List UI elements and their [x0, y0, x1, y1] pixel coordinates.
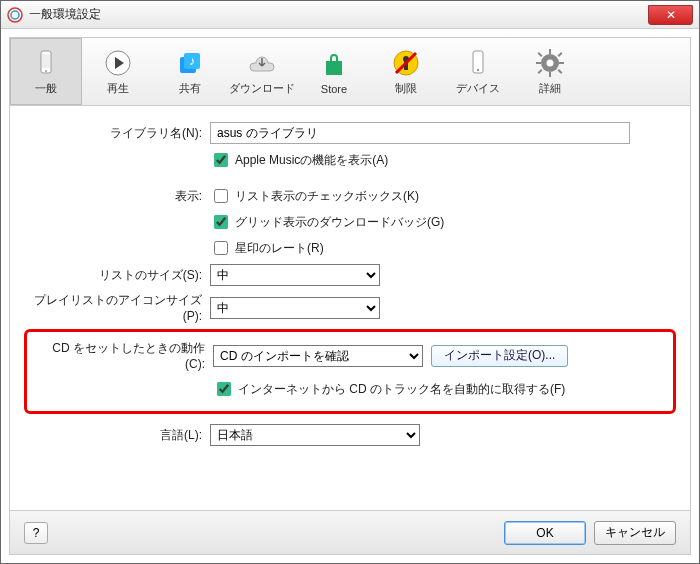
tab-general[interactable]: 一般: [10, 38, 82, 105]
star-rating-option[interactable]: 星印のレート(R): [210, 238, 324, 258]
device-icon: [462, 47, 494, 79]
apple-music-checkbox-input[interactable]: [214, 153, 228, 167]
auto-track-names-input[interactable]: [217, 382, 231, 396]
list-checkbox-label: リスト表示のチェックボックス(K): [235, 188, 419, 205]
svg-rect-24: [558, 52, 563, 57]
cancel-button[interactable]: キャンセル: [594, 521, 676, 545]
svg-rect-19: [549, 49, 551, 54]
svg-rect-3: [42, 54, 50, 68]
svg-rect-22: [559, 62, 564, 64]
store-icon: [318, 49, 350, 81]
window-close-button[interactable]: ✕: [648, 5, 693, 25]
ok-button[interactable]: OK: [504, 521, 586, 545]
svg-rect-23: [538, 52, 543, 57]
display-label: 表示:: [30, 188, 210, 205]
tab-download[interactable]: ダウンロード: [226, 38, 298, 105]
prefs-toolbar: 一般 再生 ♪ 共有 ダウンロード Store: [10, 38, 690, 106]
preferences-window: 一般環境設定 ✕ 一般 再生 ♪ 共有: [0, 0, 700, 564]
tab-playback[interactable]: 再生: [82, 38, 154, 105]
auto-track-names-label: インターネットから CD のトラック名を自動的に取得する(F): [238, 381, 565, 398]
svg-rect-20: [549, 72, 551, 77]
library-name-input[interactable]: [210, 122, 630, 144]
phone-icon: [30, 47, 62, 79]
share-icon: ♪: [174, 47, 206, 79]
tab-label: Store: [321, 83, 347, 95]
svg-rect-25: [538, 69, 543, 74]
list-checkbox-option[interactable]: リスト表示のチェックボックス(K): [210, 186, 419, 206]
download-icon: [246, 47, 278, 79]
import-settings-button[interactable]: インポート設定(O)...: [431, 345, 568, 367]
language-select[interactable]: 日本語: [210, 424, 420, 446]
tab-label: 制限: [395, 81, 417, 96]
svg-point-1: [11, 11, 19, 19]
tab-label: 再生: [107, 81, 129, 96]
app-icon: [7, 7, 23, 23]
client-area: 一般 再生 ♪ 共有 ダウンロード Store: [1, 29, 699, 563]
grid-download-label: グリッド表示のダウンロードバッジ(G): [235, 214, 444, 231]
svg-point-18: [547, 60, 554, 67]
restriction-icon: [390, 47, 422, 79]
list-checkbox-input[interactable]: [214, 189, 228, 203]
auto-track-names-option[interactable]: インターネットから CD のトラック名を自動的に取得する(F): [213, 379, 565, 399]
tab-label: 共有: [179, 81, 201, 96]
apple-music-checkbox[interactable]: Apple Musicの機能を表示(A): [210, 150, 388, 170]
svg-rect-10: [326, 61, 342, 75]
grid-download-input[interactable]: [214, 215, 228, 229]
tab-label: 詳細: [539, 81, 561, 96]
playlist-icon-size-select[interactable]: 中: [210, 297, 380, 319]
language-label: 言語(L):: [30, 427, 210, 444]
help-button[interactable]: ?: [24, 522, 48, 544]
tab-sharing[interactable]: ♪ 共有: [154, 38, 226, 105]
tab-device[interactable]: デバイス: [442, 38, 514, 105]
star-rating-label: 星印のレート(R): [235, 240, 324, 257]
cd-action-select[interactable]: CD のインポートを確認: [213, 345, 423, 367]
gear-icon: [534, 47, 566, 79]
svg-point-4: [45, 70, 47, 72]
panel: 一般 再生 ♪ 共有 ダウンロード Store: [9, 37, 691, 555]
playlist-icon-size-label: プレイリストのアイコンサイズ(P):: [30, 292, 210, 323]
window-title: 一般環境設定: [29, 6, 101, 23]
play-icon: [102, 47, 134, 79]
svg-rect-26: [558, 69, 563, 74]
list-size-select[interactable]: 中: [210, 264, 380, 286]
cd-action-label: CD をセットしたときの動作(C):: [33, 340, 213, 371]
tab-advanced[interactable]: 詳細: [514, 38, 586, 105]
apple-music-checkbox-label: Apple Musicの機能を表示(A): [235, 152, 388, 169]
tab-label: デバイス: [456, 81, 500, 96]
grid-download-option[interactable]: グリッド表示のダウンロードバッジ(G): [210, 212, 444, 232]
svg-rect-21: [536, 62, 541, 64]
svg-point-0: [8, 8, 22, 22]
tab-label: 一般: [35, 81, 57, 96]
star-rating-input[interactable]: [214, 241, 228, 255]
svg-point-16: [477, 69, 479, 71]
titlebar: 一般環境設定 ✕: [1, 1, 699, 29]
list-size-label: リストのサイズ(S):: [30, 267, 210, 284]
tab-label: ダウンロード: [229, 81, 295, 96]
tab-restrictions[interactable]: 制限: [370, 38, 442, 105]
library-name-label: ライブラリ名(N):: [30, 125, 210, 142]
svg-text:♪: ♪: [189, 54, 195, 68]
close-icon: ✕: [666, 8, 676, 22]
button-bar: ? OK キャンセル: [10, 510, 690, 554]
general-pane: ライブラリ名(N): Apple Musicの機能を表示(A) 表示:: [10, 106, 690, 510]
cd-section-highlight: CD をセットしたときの動作(C): CD のインポートを確認 インポート設定(…: [24, 329, 676, 414]
tab-store[interactable]: Store: [298, 38, 370, 105]
